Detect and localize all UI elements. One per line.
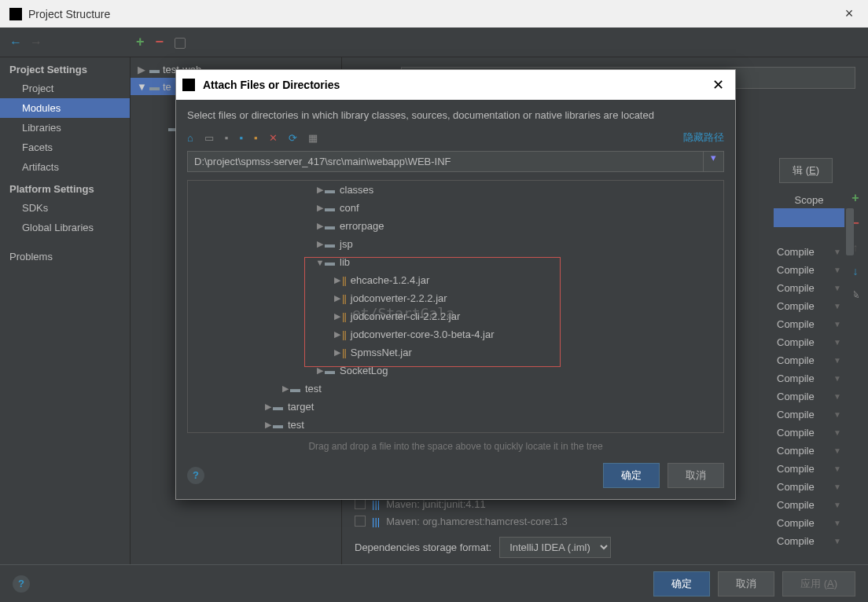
tree-arrow-icon[interactable]: ▼ xyxy=(315,258,325,267)
scope-cell[interactable]: Compile▼ xyxy=(774,478,844,496)
sidebar-item-facets[interactable]: Facets xyxy=(0,138,130,157)
section-platform-settings: Platform Settings xyxy=(0,177,130,198)
new-folder-icon[interactable]: ▪ xyxy=(239,132,243,144)
tree-row[interactable]: ▶▬conf xyxy=(188,199,723,217)
scope-cell[interactable]: Compile▼ xyxy=(774,315,844,333)
tree-arrow-icon[interactable]: ▶ xyxy=(333,347,342,358)
ok-button[interactable]: 确定 xyxy=(653,571,710,596)
jar-icon: || xyxy=(342,310,346,322)
help-icon[interactable]: ? xyxy=(187,467,204,484)
dialog-cancel-button[interactable]: 取消 xyxy=(668,463,724,488)
remove-icon[interactable]: − xyxy=(156,34,164,50)
folder-icon: ▬ xyxy=(325,220,335,232)
edit-button[interactable]: 辑 (E) xyxy=(779,158,833,183)
desktop-icon[interactable]: ▭ xyxy=(204,132,214,144)
scope-cell[interactable]: Compile▼ xyxy=(774,297,844,315)
tree-row[interactable]: ▶▬target xyxy=(188,398,723,416)
scope-selected-row[interactable] xyxy=(774,208,844,227)
tree-row[interactable]: ▶||jodconverter-2.2.2.jar xyxy=(188,289,723,307)
tree-arrow-icon[interactable]: ▶ xyxy=(333,293,342,303)
sidebar-item-problems[interactable]: Problems xyxy=(0,247,130,266)
checkbox[interactable] xyxy=(355,498,366,509)
tree-arrow-icon[interactable]: ▶ xyxy=(333,275,342,285)
hide-path-link[interactable]: 隐藏路径 xyxy=(683,130,724,145)
tree-row[interactable]: ▼▬lib xyxy=(188,253,723,271)
sidebar-item-libraries[interactable]: Libraries xyxy=(0,118,130,138)
tree-row[interactable]: ▶▬errorpage xyxy=(188,217,723,235)
maven-row-label: Maven: org.hamcrest:hamcrest-core:1.3 xyxy=(386,516,567,527)
dialog-ok-button[interactable]: 确定 xyxy=(603,463,660,488)
sidebar-item-global-libraries[interactable]: Global Libraries xyxy=(0,218,130,237)
checkbox[interactable] xyxy=(355,516,366,527)
add-dep-icon[interactable]: + xyxy=(851,191,859,205)
sidebar-item-sdks[interactable]: SDKs xyxy=(0,198,130,218)
scope-cell[interactable]: Compile▼ xyxy=(774,460,844,478)
scope-cell[interactable]: Compile▼ xyxy=(774,369,844,387)
tree-arrow-icon[interactable]: ▶ xyxy=(315,203,325,213)
scope-cell[interactable]: Compile▼ xyxy=(774,424,844,442)
scope-cell[interactable]: Compile▼ xyxy=(774,496,844,514)
scope-cell[interactable]: Compile▼ xyxy=(774,243,844,261)
tree-row[interactable]: ▶||jodconverter-cli-2.2.2.jar xyxy=(188,307,723,325)
tree-arrow-icon[interactable]: ▶ xyxy=(315,221,325,231)
copy-icon[interactable] xyxy=(175,38,186,49)
show-hidden-icon[interactable]: ▦ xyxy=(308,132,318,144)
help-icon[interactable]: ? xyxy=(13,575,30,593)
file-tree[interactable]: ▶▬classes▶▬conf▶▬errorpage▶▬jsp▼▬lib▶||e… xyxy=(187,180,724,433)
tree-label: jodconverter-2.2.2.jar xyxy=(351,292,447,304)
sidebar-item-modules[interactable]: Modules xyxy=(0,98,130,118)
history-icon[interactable]: ▾ xyxy=(704,151,724,172)
expand-arrow-icon[interactable]: ▼ xyxy=(137,81,146,93)
tree-label: classes xyxy=(340,184,373,196)
tree-row[interactable]: ▶||ehcache-1.2.4.jar xyxy=(188,271,723,289)
tree-row[interactable]: ▶||jodconverter-core-3.0-beta-4.jar xyxy=(188,325,723,343)
apply-button[interactable]: 应用 (A) xyxy=(782,571,855,596)
scrollbar-vertical[interactable] xyxy=(846,208,854,525)
tree-row[interactable]: ▶▬classes xyxy=(188,181,723,199)
jar-icon: || xyxy=(342,292,346,304)
scope-cell[interactable]: Compile▼ xyxy=(774,261,844,279)
tree-arrow-icon[interactable]: ▶ xyxy=(281,384,290,394)
home-icon[interactable]: ⌂ xyxy=(187,132,193,144)
tree-arrow-icon[interactable]: ▶ xyxy=(263,402,273,412)
tree-arrow-icon[interactable]: ▶ xyxy=(333,311,342,321)
toolbar: ← → + − xyxy=(0,28,868,57)
scope-cell[interactable]: Compile▼ xyxy=(774,514,844,532)
scope-cell[interactable]: Compile▼ xyxy=(774,442,844,460)
path-input[interactable] xyxy=(187,151,704,172)
scope-cell[interactable]: Compile▼ xyxy=(774,333,844,351)
scope-cell[interactable]: Compile▼ xyxy=(774,351,844,369)
project-icon[interactable]: ▪ xyxy=(225,132,229,144)
sidebar-item-project[interactable]: Project xyxy=(0,79,130,98)
add-icon[interactable]: + xyxy=(136,34,145,50)
scope-cell[interactable]: Compile▼ xyxy=(774,406,844,424)
refresh-icon[interactable]: ⟳ xyxy=(289,132,297,144)
tree-row[interactable]: ▶▬test xyxy=(188,380,723,398)
folder-icon: ▬ xyxy=(325,365,335,376)
folder-icon: ▬ xyxy=(325,202,335,214)
storage-label: Dependencies storage format: xyxy=(355,541,491,553)
jar-icon: || xyxy=(342,274,346,286)
tree-row[interactable]: ▶||SpmssNet.jar xyxy=(188,343,723,362)
scope-cell[interactable]: Compile▼ xyxy=(774,532,844,550)
tree-row[interactable]: ▶▬jsp xyxy=(188,235,723,253)
tree-arrow-icon[interactable]: ▶ xyxy=(315,239,325,249)
tree-arrow-icon[interactable]: ▶ xyxy=(333,329,342,340)
tree-arrow-icon[interactable]: ▶ xyxy=(315,365,325,376)
storage-select[interactable]: IntelliJ IDEA (.iml) xyxy=(499,537,611,558)
tree-row[interactable]: ▶▬SocketLog xyxy=(188,362,723,380)
delete-icon[interactable]: ▪ xyxy=(254,132,258,144)
close-icon[interactable]: ✕ xyxy=(708,76,729,94)
close-icon[interactable]: × xyxy=(833,6,865,22)
scope-cell[interactable]: Compile▼ xyxy=(774,279,844,297)
tree-arrow-icon[interactable]: ▶ xyxy=(315,185,325,195)
cancel-button[interactable]: 取消 xyxy=(718,571,774,596)
tree-row[interactable]: ▶▬test xyxy=(188,416,723,433)
titlebar: Project Structure × xyxy=(0,0,868,28)
scope-cell[interactable]: Compile▼ xyxy=(774,387,844,406)
back-arrow-icon[interactable]: ← xyxy=(9,35,22,50)
remove-icon[interactable]: ✕ xyxy=(269,132,278,144)
tree-arrow-icon[interactable]: ▶ xyxy=(263,420,273,430)
sidebar-item-artifacts[interactable]: Artifacts xyxy=(0,157,130,177)
collapse-arrow-icon[interactable]: ▶ xyxy=(137,64,146,75)
